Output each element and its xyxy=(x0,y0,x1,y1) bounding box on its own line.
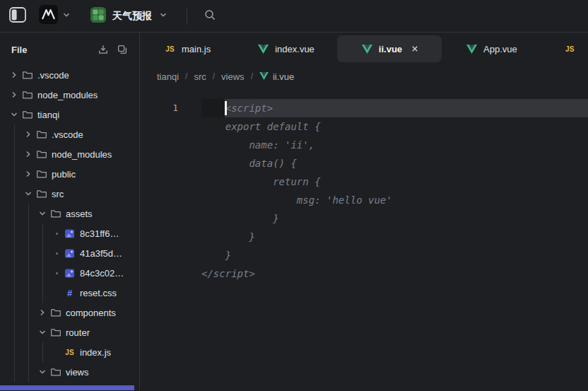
tree-item-vscode[interactable]: .vscode xyxy=(0,65,139,85)
toggle-sidebar-button[interactable] xyxy=(6,4,30,28)
tab-ii-vue[interactable]: ii.vue xyxy=(337,35,442,62)
tab-label: main.js xyxy=(182,44,211,54)
indent-guide xyxy=(14,342,15,362)
chevron-down-icon[interactable] xyxy=(37,366,48,378)
code-text: return { xyxy=(201,176,321,187)
chevron-right-icon[interactable] xyxy=(23,148,34,160)
code-line-3: name: 'ii', xyxy=(201,136,588,154)
folder-icon xyxy=(35,168,47,180)
tree-spacer xyxy=(51,287,62,298)
chevron-down-icon[interactable] xyxy=(8,109,20,120)
modified-dot xyxy=(56,233,58,235)
indent-guide xyxy=(42,283,43,303)
indent-guide xyxy=(28,204,29,223)
search-everywhere-button[interactable] xyxy=(200,4,220,28)
tree-item-components[interactable]: components xyxy=(0,303,139,322)
tree-item-node-modules[interactable]: node_modules xyxy=(0,85,139,105)
chevron-right-icon[interactable] xyxy=(8,69,20,81)
code-text: } xyxy=(201,213,279,224)
close-icon[interactable] xyxy=(411,45,419,53)
tree-item-node-modules[interactable]: node_modules xyxy=(0,144,139,164)
chevron-right-icon[interactable] xyxy=(23,129,34,140)
indent-guide xyxy=(42,223,43,243)
js-icon: JS xyxy=(64,346,76,358)
tab-label: App.vue xyxy=(483,44,517,54)
chevron-down-icon[interactable] xyxy=(37,327,48,338)
indent-guide xyxy=(14,184,15,204)
tab-main-js[interactable]: JSmain.js xyxy=(140,33,233,65)
ide-window: 天气预报 File xyxy=(0,0,588,391)
indent-guide xyxy=(14,164,15,184)
folder-icon xyxy=(21,89,33,100)
tab-index-vue[interactable]: index.vue xyxy=(233,33,337,65)
text-caret xyxy=(225,101,227,115)
chevron-right-icon[interactable] xyxy=(23,168,34,180)
tree-item-label: index.js xyxy=(80,347,111,358)
chevron-down-icon[interactable] xyxy=(37,208,48,219)
folder-icon xyxy=(49,307,61,318)
tree-item-label: public xyxy=(52,169,76,180)
breadcrumb-label: views xyxy=(221,71,245,82)
js-icon: JS xyxy=(164,43,176,54)
code-text: export default { xyxy=(201,121,321,132)
code-line-10: </script> xyxy=(201,264,588,283)
indent-guide xyxy=(28,342,29,362)
breadcrumb-label: src xyxy=(194,71,206,82)
code-line-7: } xyxy=(201,209,588,228)
locate-file-icon[interactable] xyxy=(98,44,109,55)
breadcrumb-ii-vue[interactable]: ii.vue xyxy=(259,71,294,82)
breadcrumb-src[interactable]: src xyxy=(194,71,206,82)
indent-guide xyxy=(42,263,43,283)
modified-dot xyxy=(51,228,62,239)
project-selector[interactable]: 天气预报 xyxy=(85,4,174,28)
folder-icon xyxy=(35,148,47,160)
code-text: } xyxy=(201,231,255,243)
tree-item-label: router xyxy=(66,327,90,338)
tree-item-index-js[interactable]: JSindex.js xyxy=(0,342,139,362)
chevron-down-icon xyxy=(158,10,168,23)
code-editor[interactable]: <script> export default { name: 'ii', da… xyxy=(201,99,588,390)
indent-guide xyxy=(14,223,15,243)
chevron-down-icon[interactable] xyxy=(23,188,34,199)
indent-guide xyxy=(28,322,29,342)
tree-item-41a3f5d[interactable]: 41a3f5d… xyxy=(0,243,139,263)
breadcrumb-tianqi[interactable]: tianqi xyxy=(157,71,179,82)
tree-item-8c31ff6[interactable]: 8c31ff6… xyxy=(0,223,139,243)
collapse-panel-icon[interactable] xyxy=(117,44,128,55)
code-area: 1 <script> export default { name: 'ii', … xyxy=(140,88,588,390)
indent-guide xyxy=(14,303,15,322)
modified-dot xyxy=(56,272,58,274)
indent-guide xyxy=(42,342,43,362)
code-text: </script> xyxy=(201,268,255,279)
tree-item-label: tianqi xyxy=(37,110,59,120)
tree-item-84c3c02[interactable]: 84c3c02… xyxy=(0,263,139,283)
tree-spacer xyxy=(51,346,62,358)
selected-tree-row[interactable] xyxy=(0,385,134,390)
tab-app-vue[interactable]: App.vue xyxy=(442,33,540,65)
sidebar-title: File xyxy=(11,45,27,55)
tree-item-reset-css[interactable]: #reset.css xyxy=(0,283,139,303)
tree-item-assets[interactable]: assets xyxy=(0,204,139,223)
breadcrumb-views[interactable]: views xyxy=(221,71,245,82)
code-text: name: 'ii', xyxy=(201,139,314,151)
image-file-icon xyxy=(64,228,76,239)
breadcrumb-label: ii.vue xyxy=(273,71,294,82)
code-text: msg: 'hello vue' xyxy=(201,194,392,206)
main-menu-button[interactable] xyxy=(35,3,75,29)
folder-icon xyxy=(49,208,61,219)
top-bar: 天气预报 xyxy=(0,0,588,33)
tree-item-vscode[interactable]: .vscode xyxy=(0,124,139,144)
tab-overflow[interactable]: JS xyxy=(540,33,588,65)
tree-item-router[interactable]: router xyxy=(0,322,139,342)
tree-item-src[interactable]: src xyxy=(0,184,139,204)
tree-item-tianqi[interactable]: tianqi xyxy=(0,105,139,124)
tree-item-views[interactable]: views xyxy=(0,362,139,382)
tab-bar: JSmain.jsindex.vueii.vueApp.vueJS xyxy=(140,33,588,65)
code-line-4: data() { xyxy=(201,154,588,173)
chevron-right-icon[interactable] xyxy=(37,307,48,318)
tree-item-public[interactable]: public xyxy=(0,164,139,184)
indent-guide xyxy=(14,243,15,263)
folder-icon xyxy=(21,109,33,120)
indent-guide xyxy=(14,124,15,144)
chevron-right-icon[interactable] xyxy=(8,89,20,100)
